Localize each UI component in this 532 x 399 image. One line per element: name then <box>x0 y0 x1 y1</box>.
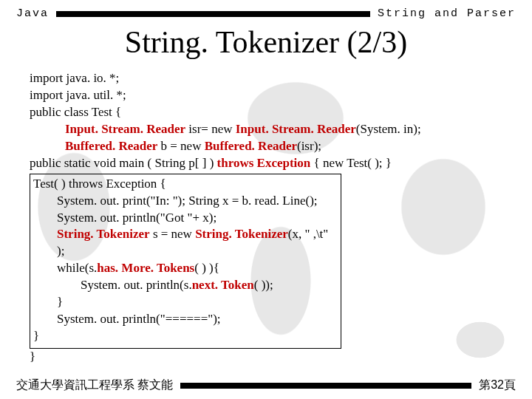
code-keyword: Buffered. Reader <box>65 139 157 153</box>
header-rule <box>56 11 370 17</box>
code-line: import java. io. *; <box>30 70 502 87</box>
code-text: b = new <box>157 139 204 153</box>
slide-content: Java String and Parser String. Tokenizer… <box>0 0 532 366</box>
code-text: System. out. println(s. <box>81 278 192 292</box>
code-line: System. out. println(s.next. Token( )); <box>33 277 336 294</box>
code-keyword: Input. Stream. Reader <box>236 122 356 136</box>
code-text: ( )); <box>254 278 273 292</box>
code-text: while(s. <box>57 261 97 275</box>
code-line: Test( ) throws Exception { <box>33 176 336 193</box>
footer-bar: 交通大學資訊工程學系 蔡文能 第32頁 <box>0 378 532 393</box>
code-line: import java. util. *; <box>30 87 502 104</box>
header-left: Java <box>16 7 49 20</box>
footer-right: 第32頁 <box>479 378 516 393</box>
code-keyword: String. Tokenizer <box>195 227 288 241</box>
code-keyword: has. More. Tokens <box>97 261 194 275</box>
code-text: (System. in); <box>356 122 421 136</box>
header-right: String and Parser <box>378 7 516 20</box>
code-line: public class Test { <box>30 104 502 121</box>
highlight-box: Test( ) throws Exception { System. out. … <box>30 174 341 349</box>
code-line: System. out. println("Got "+ x); <box>33 210 336 227</box>
code-keyword: Exception <box>257 156 311 170</box>
code-text: isr= new <box>185 122 236 136</box>
code-text: public static void main ( String p[ ] ) <box>30 156 217 170</box>
footer-rule <box>180 383 471 389</box>
code-line: System. out. println("======"); <box>33 311 336 328</box>
code-line: } <box>33 328 336 345</box>
code-line: while(s.has. More. Tokens( ) ){ <box>33 260 336 277</box>
code-line: Input. Stream. Reader isr= new Input. St… <box>30 121 502 138</box>
code-line: public static void main ( String p[ ] ) … <box>30 155 502 172</box>
code-keyword: Input. Stream. Reader <box>65 122 185 136</box>
code-line: Buffered. Reader b = new Buffered. Reade… <box>30 138 502 155</box>
footer-left: 交通大學資訊工程學系 蔡文能 <box>16 378 173 393</box>
code-keyword: Buffered. Reader <box>205 139 297 153</box>
code-block: import java. io. *; import java. util. *… <box>0 70 532 366</box>
code-line: System. out. print("In: "); String x = b… <box>33 193 336 210</box>
code-text: ( ) ){ <box>194 261 219 275</box>
code-line: String. Tokenizer s = new String. Tokeni… <box>33 226 336 260</box>
code-text: (isr); <box>297 139 321 153</box>
code-text: s = new <box>150 227 196 241</box>
code-line: } <box>33 294 336 311</box>
code-keyword: next. Token <box>192 278 254 292</box>
code-keyword: String. Tokenizer <box>57 227 150 241</box>
code-line: } <box>30 349 502 366</box>
header-bar: Java String and Parser <box>0 0 532 20</box>
code-text: { new Test( ); } <box>310 156 392 170</box>
code-keyword: throws <box>217 156 254 170</box>
slide-title: String. Tokenizer (2/3) <box>0 24 532 60</box>
